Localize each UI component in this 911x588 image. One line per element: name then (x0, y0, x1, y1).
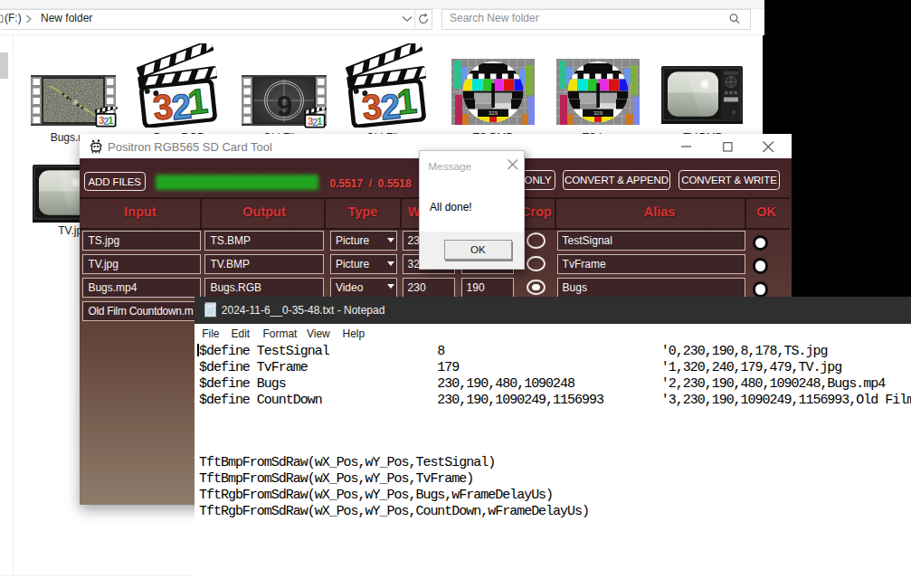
svg-text:9: 9 (277, 90, 292, 122)
